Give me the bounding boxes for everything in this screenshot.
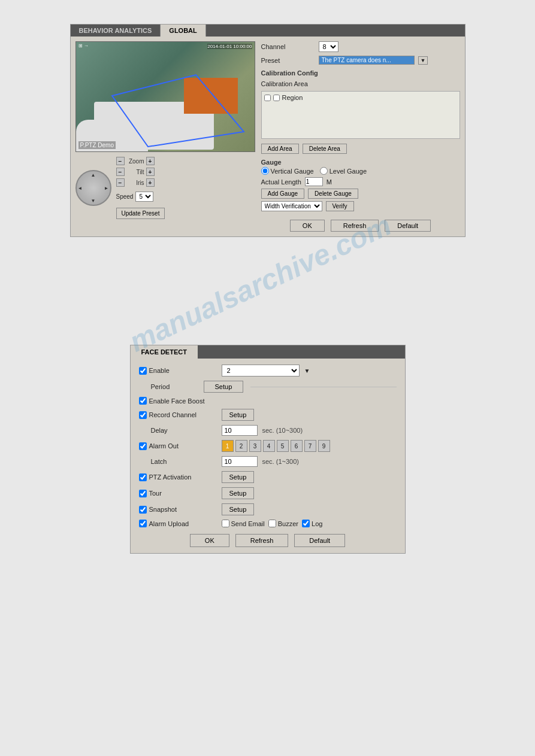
alarm-btn-6[interactable]: 6: [291, 440, 303, 452]
tab-behavior-analytics[interactable]: BEHAVIOR ANALYTICS: [71, 25, 161, 37]
update-preset-btn[interactable]: Update Preset: [116, 208, 165, 219]
log-checkbox[interactable]: [302, 520, 310, 527]
log-label[interactable]: Log: [302, 520, 322, 527]
level-gauge-radio[interactable]: [320, 167, 328, 175]
snapshot-checkbox[interactable]: [139, 506, 147, 514]
add-area-btn[interactable]: Add Area: [261, 144, 299, 154]
zoom-plus-btn[interactable]: +: [146, 157, 155, 165]
iris-minus-btn[interactable]: −: [116, 178, 125, 187]
tour-text: Tour: [149, 490, 162, 497]
vertical-gauge-radio[interactable]: [261, 167, 269, 175]
ptz-activation-text: PTZ Activation: [149, 473, 192, 481]
top-ok-btn[interactable]: OK: [290, 220, 325, 232]
ptz-left-btn[interactable]: ◄: [78, 186, 83, 191]
snapshot-setup-btn[interactable]: Setup: [222, 503, 255, 515]
ptz-pad[interactable]: ▲ ▼ ◄ ►: [75, 170, 111, 206]
enable-channel-select[interactable]: 2: [222, 365, 300, 377]
cam-timestamp: 2014-01-01 10:00:00: [207, 44, 252, 49]
fd-refresh-btn[interactable]: Refresh: [235, 534, 289, 547]
latch-input[interactable]: [222, 456, 258, 467]
preset-input[interactable]: [319, 56, 415, 65]
record-channel-setup-btn[interactable]: Setup: [222, 409, 255, 421]
iris-label: Iris: [126, 180, 144, 186]
tour-setup-btn[interactable]: Setup: [222, 487, 255, 499]
top-panel-bottom-btns: OK Refresh Default: [261, 220, 460, 232]
level-gauge-label[interactable]: Level Gauge: [320, 167, 367, 175]
preset-dropdown-icon[interactable]: ▼: [418, 56, 428, 65]
delete-area-btn[interactable]: Delete Area: [303, 144, 347, 154]
enable-dropdown-icon[interactable]: ▼: [304, 368, 310, 374]
record-channel-label[interactable]: Record Channel: [139, 411, 217, 419]
tilt-minus-btn[interactable]: −: [116, 168, 125, 176]
alarm-btn-4[interactable]: 4: [263, 440, 275, 452]
alarm-out-checkbox[interactable]: [139, 442, 147, 450]
fd-ok-btn[interactable]: OK: [190, 534, 229, 547]
top-default-btn[interactable]: Default: [385, 220, 431, 232]
delay-label: Delay: [151, 427, 217, 434]
vertical-gauge-label[interactable]: Vertical Gauge: [261, 167, 314, 175]
enable-face-boost-text: Enable Face Boost: [149, 397, 205, 405]
snapshot-text: Snapshot: [149, 506, 177, 513]
preset-label: Preset: [261, 57, 315, 64]
top-refresh-btn[interactable]: Refresh: [331, 220, 379, 232]
fd-tab-face-detect[interactable]: FACE DETECT: [131, 345, 198, 359]
channel-row: Channel 8: [261, 41, 460, 52]
tilt-plus-btn[interactable]: +: [146, 168, 155, 176]
delete-gauge-btn[interactable]: Delete Gauge: [308, 189, 358, 199]
speed-select[interactable]: 5: [135, 192, 153, 202]
zoom-row: − Zoom +: [116, 157, 165, 165]
log-text: Log: [312, 520, 322, 527]
send-email-label[interactable]: Send Email: [222, 520, 265, 527]
alarm-upload-label[interactable]: Alarm Upload: [139, 520, 217, 527]
alarm-btn-3[interactable]: 3: [249, 440, 261, 452]
period-setup-btn[interactable]: Setup: [204, 381, 244, 393]
enable-face-boost-checkbox[interactable]: [139, 397, 147, 405]
tilt-label: Tilt: [126, 169, 144, 175]
enable-checkbox[interactable]: [139, 367, 147, 375]
ptz-pad-bg[interactable]: ▲ ▼ ◄ ►: [75, 170, 111, 206]
alarm-btn-7[interactable]: 7: [304, 440, 316, 452]
alarm-btn-5[interactable]: 5: [277, 440, 289, 452]
delay-input[interactable]: [222, 425, 258, 436]
verify-btn[interactable]: Verify: [326, 201, 354, 211]
buzzer-checkbox[interactable]: [268, 520, 276, 527]
region-row: Region: [264, 94, 457, 101]
alarm-btn-9[interactable]: 9: [318, 440, 330, 452]
actual-length-row: Actual Length M: [261, 177, 460, 186]
region-checkbox2[interactable]: [273, 95, 280, 101]
delay-hint: sec. (10~300): [262, 427, 303, 434]
width-verification-select[interactable]: Width Verification: [261, 201, 322, 211]
snapshot-label[interactable]: Snapshot: [139, 506, 217, 514]
region-checkbox[interactable]: [264, 95, 271, 101]
ptz-down-btn[interactable]: ▼: [91, 198, 96, 204]
enable-checkbox-label[interactable]: Enable: [139, 367, 217, 375]
enable-face-boost-label[interactable]: Enable Face Boost: [139, 397, 217, 405]
tab-global[interactable]: GLOBAL: [161, 25, 205, 37]
ptz-right-btn[interactable]: ►: [104, 186, 109, 191]
camera-view: 2014-01-01 10:00:00 ⊞ → P.PTZ Demo: [75, 41, 255, 152]
add-gauge-btn[interactable]: Add Gauge: [261, 189, 305, 199]
buzzer-label[interactable]: Buzzer: [268, 520, 298, 527]
channel-select[interactable]: 8: [319, 41, 338, 52]
actual-length-input[interactable]: [305, 177, 323, 186]
ptz-activation-checkbox[interactable]: [139, 473, 147, 481]
alarm-out-label[interactable]: Alarm Out: [139, 442, 217, 450]
ptz-up-btn[interactable]: ▲: [91, 172, 96, 178]
channel-label: Channel: [261, 43, 315, 50]
fd-default-btn[interactable]: Default: [294, 534, 345, 547]
level-gauge-text: Level Gauge: [330, 168, 367, 175]
zoom-minus-btn[interactable]: −: [116, 157, 125, 165]
camera-preview: 2014-01-01 10:00:00 ⊞ → P.PTZ Demo ▲ ▼ ◄…: [75, 41, 255, 232]
alarm-btn-1[interactable]: 1: [222, 440, 234, 452]
alarm-btn-2[interactable]: 2: [235, 440, 247, 452]
tour-label[interactable]: Tour: [139, 490, 217, 497]
send-email-checkbox[interactable]: [222, 520, 229, 527]
iris-plus-btn[interactable]: +: [146, 178, 155, 187]
tour-checkbox[interactable]: [139, 490, 147, 497]
preset-row: Preset ▼: [261, 56, 460, 65]
ptz-activation-label[interactable]: PTZ Activation: [139, 473, 217, 481]
record-channel-checkbox[interactable]: [139, 411, 147, 419]
alarm-upload-checkbox[interactable]: [139, 520, 147, 527]
ptz-activation-setup-btn[interactable]: Setup: [222, 471, 255, 483]
record-channel-row: Record Channel Setup: [139, 409, 397, 421]
